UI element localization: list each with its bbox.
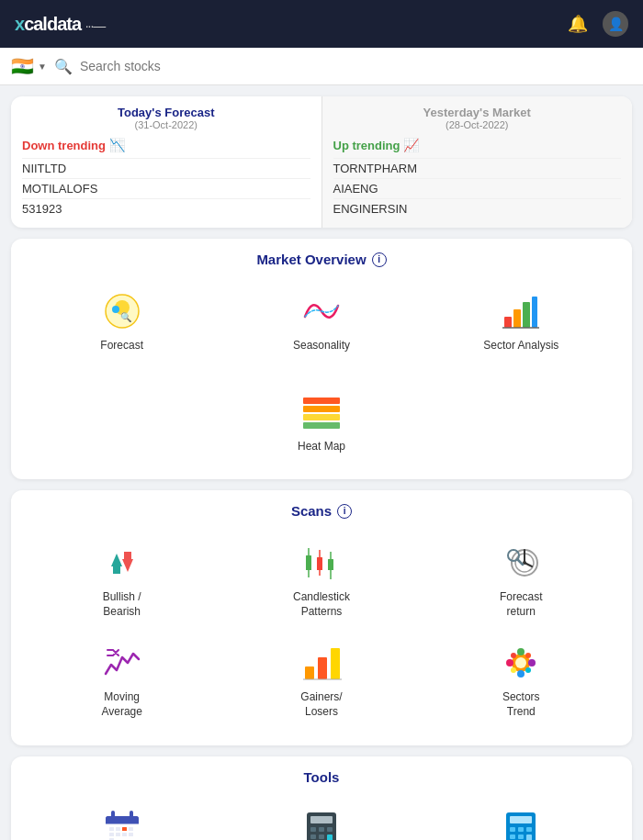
scans-grid: Bullish /Bearish CandlestickPatterns (11, 522, 632, 745)
svg-rect-16 (124, 552, 131, 559)
svg-rect-46 (106, 823, 139, 840)
market-overview-card: Market Overview i 🔍 Forecast (11, 239, 632, 479)
svg-marker-13 (111, 554, 122, 566)
heat-map-item[interactable]: Heat Map (266, 379, 377, 465)
svg-rect-14 (113, 566, 120, 574)
market-overview-info-icon[interactable]: i (372, 252, 387, 267)
sectors-trend-item[interactable]: SectorsTrend (422, 630, 621, 730)
stock-item[interactable]: ENGINERSIN (333, 198, 622, 218)
stock-item[interactable]: NIITLTD (22, 158, 310, 178)
svg-rect-53 (129, 827, 133, 831)
logo-icon: ···— (85, 18, 106, 33)
market-overview-title: Market Overview i (11, 239, 632, 271)
svg-rect-63 (327, 827, 333, 832)
svg-rect-6 (523, 302, 530, 328)
tools-grid: Economic Calender F&O Calcu (11, 789, 632, 840)
header-icons: 🔔 👤 (568, 11, 628, 37)
gainers-losers-item[interactable]: Gainers/Losers (221, 630, 421, 730)
candlestick-patterns-item[interactable]: CandlestickPatterns (221, 530, 421, 630)
app-header: xcaldata ···— 🔔 👤 (0, 0, 643, 48)
heat-map-icon (299, 390, 344, 434)
svg-rect-10 (303, 406, 340, 412)
svg-rect-62 (319, 827, 324, 832)
seasonality-label: Seasonality (293, 339, 350, 353)
svg-rect-49 (130, 811, 133, 820)
profile-icon[interactable]: 👤 (603, 11, 628, 37)
svg-rect-74 (526, 834, 532, 840)
tools-title: Tools (11, 756, 632, 789)
fo-calculator-item[interactable]: F&O Calculator (221, 796, 421, 840)
stock-item[interactable]: AIAENG (333, 178, 622, 198)
market-forecast-item[interactable]: 🔍 Forecast (22, 278, 221, 364)
stock-item[interactable]: TORNTPHARM (333, 158, 622, 178)
today-forecast-title: Today's Forecast (22, 106, 310, 119)
svg-rect-7 (532, 297, 537, 328)
svg-rect-18 (306, 555, 311, 570)
down-trending-label: Down trending 📉 (22, 138, 310, 152)
sector-analysis-icon (499, 289, 543, 333)
yesterday-market-title: Yesterday's Market (333, 106, 622, 119)
sector-analysis-item[interactable]: Sector Analysis (422, 278, 621, 364)
economic-calender-item[interactable]: Economic Calender (22, 796, 221, 840)
moving-average-icon (100, 641, 144, 685)
svg-rect-51 (116, 827, 120, 831)
svg-rect-66 (327, 834, 333, 840)
svg-point-2 (112, 306, 119, 313)
svg-line-29 (518, 560, 524, 566)
yesterday-market-date: (28-Oct-2022) (333, 119, 622, 130)
svg-point-35 (517, 648, 525, 655)
svg-rect-5 (513, 309, 521, 328)
svg-rect-12 (303, 422, 340, 429)
forecast-card: Today's Forecast (31-Oct-2022) Down tren… (11, 96, 632, 228)
forecast-return-item[interactable]: Forecastreturn (422, 530, 621, 630)
fo-calculator-icon (299, 807, 344, 840)
country-selector[interactable]: 🇮🇳 ▼ (11, 55, 47, 77)
svg-rect-20 (317, 557, 322, 570)
heat-map-label: Heat Map (298, 440, 345, 454)
svg-point-41 (525, 653, 531, 658)
svg-point-42 (511, 667, 516, 673)
svg-text:🔍: 🔍 (120, 311, 132, 323)
sectors-trend-label: SectorsTrend (502, 690, 540, 719)
forecast-label: Forecast (100, 339, 143, 353)
moving-average-item[interactable]: MovingAverage (22, 630, 221, 730)
scans-info-icon[interactable]: i (337, 504, 352, 519)
scans-card: Scans i Bullish /Bearish (11, 490, 632, 745)
yesterday-market-panel: Yesterday's Market (28-Oct-2022) Up tren… (322, 96, 633, 228)
logo-x: x (15, 14, 24, 34)
svg-marker-15 (122, 559, 133, 572)
down-arrow-icon: 📉 (109, 138, 125, 152)
svg-rect-71 (526, 827, 532, 832)
svg-rect-64 (310, 834, 316, 839)
stock-item[interactable]: MOTILALOFS (22, 178, 310, 198)
svg-rect-11 (303, 414, 340, 420)
search-input[interactable] (80, 59, 632, 73)
forecast-return-icon (499, 541, 543, 585)
svg-rect-22 (328, 559, 333, 570)
sector-analysis-label: Sector Analysis (483, 339, 558, 353)
notification-icon[interactable]: 🔔 (568, 14, 588, 34)
svg-point-39 (511, 653, 516, 658)
svg-rect-56 (122, 833, 127, 836)
logo-caldata: caldata (24, 14, 81, 34)
svg-rect-57 (129, 833, 133, 836)
up-arrow-icon: 📈 (403, 138, 419, 152)
financial-calculator-icon (499, 807, 543, 840)
svg-rect-48 (111, 811, 115, 820)
svg-rect-61 (310, 827, 316, 832)
market-overview-grid: 🔍 Forecast Seasonality (11, 271, 632, 379)
svg-point-43 (515, 657, 526, 668)
financial-calculator-item[interactable]: Financial Calculator (422, 796, 621, 840)
main-content: Today's Forecast (31-Oct-2022) Down tren… (0, 85, 643, 840)
svg-rect-9 (303, 398, 340, 404)
dropdown-arrow-icon: ▼ (38, 62, 47, 72)
svg-rect-55 (116, 833, 120, 836)
seasonality-icon (299, 289, 344, 333)
seasonality-item[interactable]: Seasonality (221, 278, 421, 364)
today-forecast-date: (31-Oct-2022) (22, 119, 310, 130)
svg-point-40 (525, 667, 531, 673)
forecast-icon: 🔍 (100, 289, 144, 333)
stock-item[interactable]: 531923 (22, 198, 310, 218)
svg-rect-31 (318, 657, 327, 679)
bullish-bearish-item[interactable]: Bullish /Bearish (22, 530, 221, 630)
